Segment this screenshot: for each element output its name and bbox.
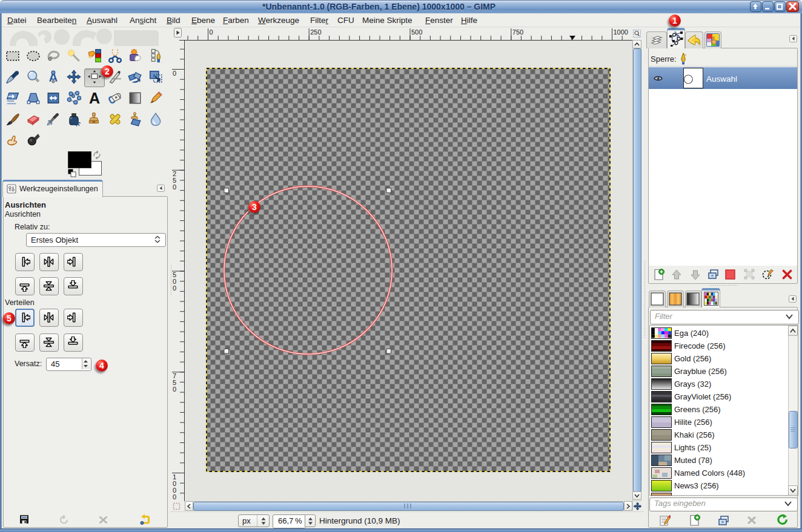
svg-text:0: 0 bbox=[210, 28, 213, 36]
svg-text:1000: 1000 bbox=[614, 28, 628, 36]
svg-text:0: 0 bbox=[173, 386, 176, 393]
svg-text:0: 0 bbox=[173, 493, 176, 501]
svg-text:750: 750 bbox=[512, 28, 523, 36]
svg-text:250: 250 bbox=[310, 28, 321, 36]
svg-text:0: 0 bbox=[173, 70, 176, 77]
svg-text:A: A bbox=[89, 91, 100, 105]
svg-text:500: 500 bbox=[411, 28, 422, 36]
svg-text:0: 0 bbox=[173, 183, 176, 191]
svg-text:0: 0 bbox=[173, 284, 176, 292]
